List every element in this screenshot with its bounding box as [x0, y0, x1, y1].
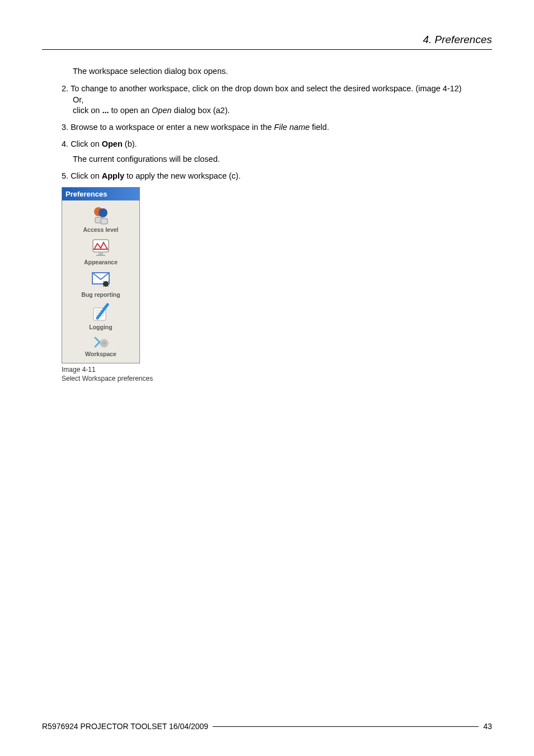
- text-italic: File name: [274, 123, 310, 132]
- step-text-or: Or,: [62, 95, 492, 106]
- prefs-label: Appearance: [64, 259, 137, 265]
- logging-icon: [90, 302, 112, 323]
- svg-rect-4: [93, 240, 109, 252]
- text-part: Click on: [71, 139, 102, 148]
- preferences-title: Preferences: [62, 188, 139, 200]
- step-text-click: click on ... to open an Open dialog box …: [62, 105, 492, 116]
- step-text: Click on Open (b).: [71, 139, 137, 148]
- prefs-item-appearance[interactable]: Appearance: [64, 235, 137, 267]
- footer-line: [213, 726, 479, 727]
- intro-text: The workspace selection dialog box opens…: [62, 66, 492, 77]
- step-number: 4.: [62, 139, 68, 148]
- prefs-label: Bug reporting: [64, 291, 137, 298]
- prefs-label: Access level: [64, 226, 137, 233]
- access-level-icon: [90, 204, 112, 226]
- text-part: to apply the new workspace (c).: [124, 171, 241, 180]
- step-text: Browse to a workspace or enter a new wor…: [71, 123, 329, 132]
- text-part: Click on: [71, 171, 102, 180]
- image-caption: Image 4-11 Select Workspace preferences: [62, 365, 492, 383]
- bug-reporting-icon: [90, 269, 112, 291]
- step-4: 4. Click on Open (b). The current config…: [62, 139, 492, 165]
- step-number: 2.: [62, 84, 68, 93]
- step-5: 5. Click on Apply to apply the new works…: [62, 171, 492, 182]
- prefs-item-workspace[interactable]: Workspace: [64, 333, 137, 358]
- step-3: 3. Browse to a workspace or enter a new …: [62, 122, 492, 133]
- step-number: 5.: [62, 171, 68, 180]
- step-text: To change to another workspace, click on…: [71, 84, 462, 93]
- text-part: dialog box (a2).: [172, 106, 230, 115]
- preferences-body: Access level Appearance: [62, 200, 139, 363]
- prefs-item-access-level[interactable]: Access level: [64, 203, 137, 234]
- preferences-panel: Preferences Access level: [62, 187, 140, 363]
- text-bold: Apply: [102, 171, 124, 180]
- prefs-item-bug-reporting[interactable]: Bug reporting: [64, 268, 137, 299]
- page-footer: R5976924 PROJECTOR TOOLSET 16/04/2009 43: [42, 722, 492, 731]
- svg-rect-3: [101, 218, 107, 224]
- text-italic: Open: [152, 106, 171, 115]
- prefs-label: Workspace: [64, 351, 137, 357]
- text-part: (b).: [123, 139, 137, 148]
- text-part: click on: [73, 106, 102, 115]
- prefs-label: Logging: [64, 324, 137, 330]
- footer-left: R5976924 PROJECTOR TOOLSET 16/04/2009: [42, 722, 208, 731]
- text-bold: Open: [102, 139, 123, 148]
- text-part: to open an: [109, 106, 152, 115]
- document-page: 4. Preferences The workspace selection d…: [0, 0, 534, 756]
- appearance-icon: [90, 237, 112, 258]
- step-2: 2. To change to another workspace, click…: [62, 83, 492, 116]
- step-number: 3.: [62, 123, 68, 132]
- step-subtext: The current configurations will be close…: [62, 154, 492, 165]
- prefs-item-logging[interactable]: Logging: [64, 300, 137, 332]
- text-part: Browse to a workspace or enter a new wor…: [71, 123, 274, 132]
- text-bold: ...: [102, 106, 109, 115]
- workspace-icon: [90, 334, 112, 350]
- section-header: 4. Preferences: [42, 34, 492, 50]
- svg-rect-6: [96, 255, 105, 256]
- caption-line1: Image 4-11: [62, 365, 492, 374]
- text-part: field.: [310, 123, 329, 132]
- svg-rect-5: [99, 252, 103, 255]
- footer-page-number: 43: [483, 722, 492, 731]
- svg-point-1: [99, 208, 107, 217]
- svg-point-17: [104, 343, 105, 344]
- caption-line2: Select Workspace preferences: [62, 374, 492, 383]
- step-text: Click on Apply to apply the new workspac…: [71, 171, 241, 180]
- content-block: The workspace selection dialog box opens…: [42, 66, 492, 384]
